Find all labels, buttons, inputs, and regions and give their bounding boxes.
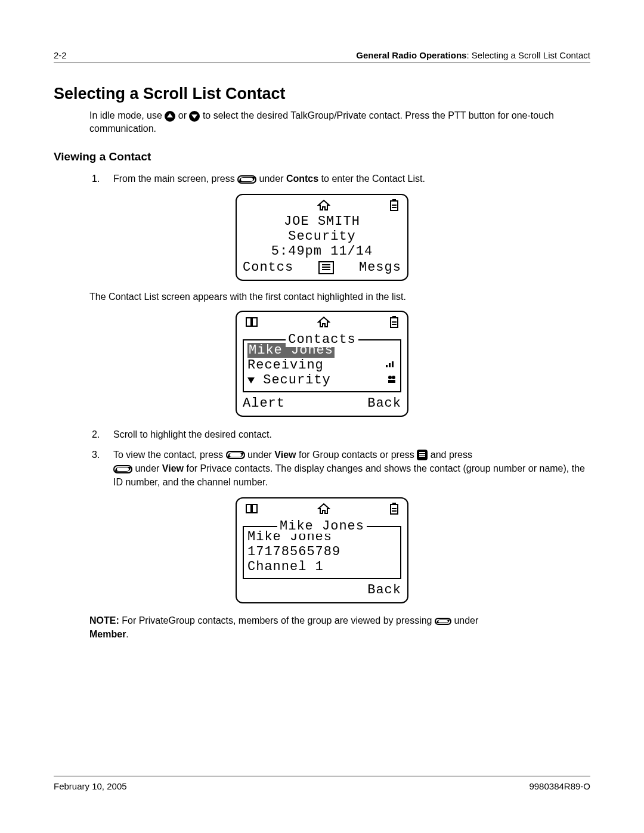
screen3-wrap: Mike Jones Mike Jones 17178565789 Channe… [54,497,590,603]
radio-screen-idle: JOE SMITH Security 5:49pm 11/14 Contcs M… [236,194,408,281]
group-icon [387,375,397,386]
step-2: Scroll to highlight the desired contact. [92,428,590,441]
steps-list-cont: Scroll to highlight the desired contact.… [92,428,590,489]
home-icon [317,503,330,515]
note-b: under [454,615,478,625]
note-bold: Member [89,629,126,639]
security-text: Security [263,373,331,388]
s3c: for Group contacts or press [299,450,417,460]
battery-icon [389,199,399,212]
nav-down-icon [189,111,200,122]
note-label: NOTE: [89,615,119,625]
s3f: for Privace contacts. The display change… [113,463,585,487]
note-block: NOTE: For PrivateGroup contacts, members… [89,614,590,641]
detail-id: 17178565789 [247,544,397,559]
status-row [242,199,402,214]
status-row [242,315,402,331]
softkey-icon [435,618,451,625]
footer-doc: 9980384R89-O [529,781,590,791]
softkey-icon [226,451,245,459]
s3b: under [247,450,274,460]
step1-c: to enter the Contact List. [321,174,425,184]
svg-point-11 [388,376,392,379]
radio-screen-contacts: Contacts Mike Jones Receiving Security A… [236,311,408,417]
svg-rect-6 [392,321,397,323]
home-icon [317,316,330,328]
page: 2-2 General Radio Operations: Selecting … [0,0,644,833]
running-header: 2-2 General Radio Operations: Selecting … [54,50,590,63]
s3a: To view the contact, press [113,450,226,460]
step-1: From the main screen, press under Contcs… [92,172,590,185]
svg-rect-2 [392,205,397,206]
svg-rect-1 [392,199,396,201]
screen1-name: JOE SMITH [242,214,402,229]
scroll-down-icon [247,377,255,383]
intro-or: or [178,110,190,120]
note-a: For PrivateGroup contacts, members of th… [122,615,435,625]
frame-title: Mike Jones [244,519,400,534]
menu-button-icon [417,450,428,460]
screen2-wrap: Contacts Mike Jones Receiving Security A… [54,311,590,417]
receiving-text: Receiving [247,358,324,373]
header-right: General Radio Operations: Selecting a Sc… [356,50,590,60]
softkey-icon [237,175,256,184]
softkey-icon [113,465,132,473]
menu-list-icon [318,261,334,274]
note-c: . [126,629,128,639]
svg-rect-5 [392,316,396,318]
frame-title-text: Contacts [286,332,358,347]
soft-right: Back [367,396,401,411]
paragraph-after-screen1: The Contact List screen appears with the… [89,292,590,302]
book-icon [245,316,258,328]
status-row [242,502,402,518]
screen1-time: 5:49pm 11/14 [242,244,402,259]
svg-rect-16 [392,508,397,509]
chapter-name: General Radio Operations [356,50,466,60]
footer-date: February 10, 2005 [54,781,127,791]
svg-rect-9 [389,363,391,367]
book-icon [245,503,258,515]
screen1-dept: Security [242,229,402,244]
step1-bold: Contcs [286,174,318,184]
soft-left: Alert [243,396,285,411]
contacts-frame: Contacts Mike Jones Receiving Security [243,339,401,392]
frame-title-text: Mike Jones [277,519,367,534]
step-3: To view the contact, press under View fo… [92,448,590,490]
step1-a: From the main screen, press [113,174,237,184]
frame-title: Contacts [244,332,400,347]
row-security: Security [247,373,397,388]
screen2-softrow: Alert Back [242,395,402,411]
battery-icon [389,315,399,329]
soft-right: Back [367,583,401,597]
radio-screen-detail: Mike Jones Mike Jones 17178565789 Channe… [236,497,408,603]
signal-icon [386,360,397,371]
intro-paragraph: In idle mode, use or to select the desir… [89,109,590,135]
s3-view2: View [162,463,184,473]
svg-rect-7 [392,324,397,325]
screen3-softrow: Back [242,581,402,597]
battery-icon [389,502,399,515]
subheading-viewing: Viewing a Contact [54,150,590,163]
soft-left: Contcs [243,260,293,275]
steps-list: From the main screen, press under Contcs… [92,172,590,185]
soft-right: Mesgs [359,260,401,275]
nav-up-icon [165,111,175,122]
screen1-wrap: JOE SMITH Security 5:49pm 11/14 Contcs M… [54,194,590,281]
s3d: and press [431,450,472,460]
svg-rect-13 [388,380,395,383]
svg-rect-10 [392,361,394,367]
detail-channel: Channel 1 [247,559,397,574]
home-icon [317,199,330,211]
s3e: under [135,463,162,473]
page-footer: February 10, 2005 9980384R89-O [54,776,590,791]
s3-view1: View [274,450,296,460]
page-title: Selecting a Scroll List Contact [54,85,590,103]
svg-rect-8 [386,365,388,367]
screen1-softrow: Contcs Mesgs [242,259,402,275]
section-name: Selecting a Scroll List Contact [472,50,590,60]
page-number: 2-2 [54,50,67,60]
intro-text-a: In idle mode, use [89,110,165,120]
row-receiving: Receiving [247,358,397,373]
svg-rect-17 [392,510,397,512]
svg-rect-3 [392,207,397,208]
